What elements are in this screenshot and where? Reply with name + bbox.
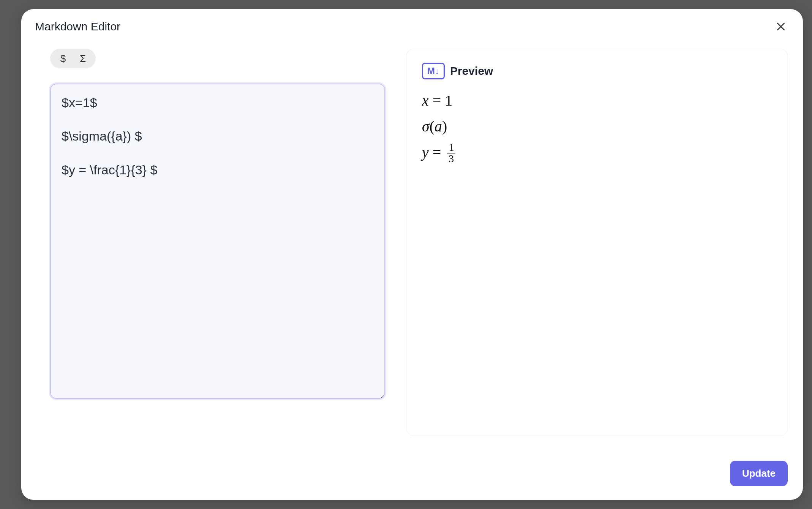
modal-header: Markdown Editor [21,9,803,40]
modal-body: $ Σ M↓ Preview x=1 [21,40,803,452]
editor-textarea-wrapper [50,84,385,400]
math-var-y: y [422,144,429,161]
sigma-button[interactable]: Σ [77,53,88,64]
math-arg-a: a [434,118,442,135]
modal-footer: Update [21,452,803,500]
preview-content: x=1 σ(a) y=13 [422,89,772,427]
markdown-editor-modal: Markdown Editor $ Σ M↓ [21,9,803,500]
markdown-icon: M↓ [422,63,445,79]
close-icon [775,21,787,32]
frac-numerator: 1 [447,142,455,153]
inline-math-button[interactable]: $ [58,53,68,64]
preview-title: Preview [450,65,493,77]
markdown-icon-text: M↓ [427,66,439,76]
update-button[interactable]: Update [730,461,788,486]
preview-line-1: x=1 [422,89,772,113]
preview-line-2: σ(a) [422,114,772,139]
modal-title: Markdown Editor [35,20,120,33]
sigma-icon: Σ [80,53,86,65]
editor-pane: $ Σ [38,49,388,446]
dollar-icon: $ [60,53,66,65]
math-sigma: σ [422,118,430,135]
preview-header: M↓ Preview [422,63,772,79]
math-eq: = [433,92,441,109]
editor-toolbar: $ Σ [50,49,96,68]
frac-denominator: 3 [447,153,455,164]
math-fraction: 13 [447,142,455,164]
math-val-1: 1 [445,92,452,109]
math-var-x: x [422,92,429,109]
markdown-textarea[interactable] [50,84,385,399]
preview-pane: M↓ Preview x=1 σ(a) y=13 [406,49,788,436]
preview-line-3: y=13 [422,140,772,165]
close-button[interactable] [773,18,789,35]
math-eq-2: = [433,144,441,161]
